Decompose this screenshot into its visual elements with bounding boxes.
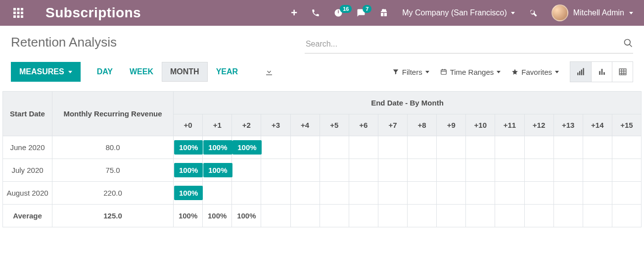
cohort-cell: 100% [232, 205, 261, 227]
svg-rect-4 [17, 12, 20, 14]
svg-rect-18 [583, 68, 584, 75]
chevron-down-icon [555, 71, 559, 73]
offset-header: +15 [612, 114, 641, 136]
view-list[interactable] [612, 62, 633, 82]
offset-header: +7 [378, 114, 407, 136]
search-input[interactable] [305, 38, 623, 51]
svg-rect-2 [21, 8, 23, 10]
svg-point-9 [625, 40, 631, 46]
svg-rect-6 [13, 15, 16, 18]
cohort-cell [290, 205, 320, 227]
activity-icon[interactable]: 16 [334, 8, 343, 17]
favorites-button[interactable]: Favorites [511, 68, 559, 76]
cohort-cell [495, 136, 524, 159]
page-title: Retention Analysis [11, 35, 117, 50]
row-mrr: 75.0 [52, 159, 174, 182]
period-year[interactable]: YEAR [208, 62, 246, 82]
user-menu[interactable]: Mitchell Admin [552, 4, 633, 21]
cohort-cell [203, 182, 232, 205]
gift-icon[interactable] [379, 8, 388, 17]
messages-icon[interactable]: 7 [357, 8, 366, 17]
cohort-cell [583, 182, 612, 205]
svg-rect-20 [601, 69, 602, 75]
offset-header: +11 [495, 114, 524, 136]
cohort-cell: 100% [174, 182, 203, 205]
cohort-cell [320, 136, 349, 159]
phone-icon[interactable] [311, 8, 320, 17]
activity-badge: 16 [340, 5, 352, 13]
cohort-cell [553, 136, 583, 159]
svg-rect-0 [13, 8, 16, 10]
tools-icon[interactable] [529, 8, 538, 17]
svg-rect-1 [17, 8, 20, 10]
cohort-cell [583, 205, 612, 227]
cohort-cell [437, 205, 466, 227]
filters-label: Filters [402, 68, 422, 76]
download-button[interactable] [256, 62, 282, 82]
row-mrr: 125.0 [52, 205, 174, 227]
offset-header: +8 [408, 114, 437, 136]
view-cohort[interactable] [570, 62, 591, 82]
cohort-cell [437, 136, 466, 159]
cohort-cell [612, 159, 641, 182]
svg-line-10 [630, 45, 632, 47]
user-name: Mitchell Admin [573, 8, 624, 17]
retention-pill: 100% [174, 140, 203, 155]
cohort-cell: 100% [232, 136, 261, 159]
svg-rect-16 [579, 71, 580, 75]
cohort-cell [349, 182, 378, 205]
offset-header: +5 [320, 114, 349, 136]
offset-header: +13 [553, 114, 583, 136]
col-end-header: End Date - By Month [174, 92, 642, 114]
cohort-cell [261, 182, 290, 205]
svg-rect-3 [13, 12, 16, 14]
cohort-cell [408, 205, 437, 227]
cohort-cell [261, 205, 290, 227]
cohort-cell [349, 205, 378, 227]
retention-pill: 100% [203, 163, 232, 177]
cohort-cell [524, 182, 553, 205]
time-ranges-button[interactable]: Time Ranges [440, 68, 501, 76]
view-bar[interactable] [591, 62, 612, 82]
cohort-cell [408, 182, 437, 205]
cohort-cell [378, 182, 407, 205]
measures-button[interactable]: MEASURES [11, 62, 81, 82]
cohort-cell [349, 136, 378, 159]
period-day[interactable]: DAY [89, 62, 121, 82]
svg-rect-11 [441, 70, 446, 74]
cohort-cell [232, 182, 261, 205]
offset-header: +14 [583, 114, 612, 136]
period-month[interactable]: MONTH [162, 62, 208, 82]
offset-header: +9 [437, 114, 466, 136]
chevron-down-icon [497, 71, 501, 73]
search-icon[interactable] [623, 38, 633, 50]
retention-pill: 100% [174, 163, 203, 177]
svg-rect-19 [599, 71, 600, 75]
svg-rect-15 [577, 73, 578, 75]
company-name: My Company (San Francisco) [402, 8, 507, 17]
cohort-cell [612, 182, 641, 205]
cohort-cell [408, 136, 437, 159]
svg-rect-5 [21, 12, 23, 14]
cohort-cell [495, 205, 524, 227]
cohort-cell [583, 136, 612, 159]
cohort-cell [437, 159, 466, 182]
row-label: July 2020 [3, 159, 52, 182]
offset-header: +1 [203, 114, 232, 136]
svg-rect-22 [619, 69, 626, 75]
app-title[interactable]: Subscriptions [46, 5, 141, 21]
period-week[interactable]: WEEK [121, 62, 162, 82]
apps-icon[interactable] [11, 5, 26, 20]
retention-pill: 100% [203, 140, 232, 155]
new-button[interactable]: + [291, 6, 297, 19]
messages-badge: 7 [363, 5, 371, 13]
favorites-label: Favorites [521, 68, 552, 76]
time-ranges-label: Time Ranges [450, 68, 494, 76]
offset-header: +10 [466, 114, 495, 136]
row-mrr: 220.0 [52, 182, 174, 205]
company-switch[interactable]: My Company (San Francisco) [402, 8, 515, 17]
filters-button[interactable]: Filters [392, 68, 429, 76]
cohort-cell: 100% [203, 159, 232, 182]
cohort-cell [232, 159, 261, 182]
search-wrap [305, 35, 633, 53]
